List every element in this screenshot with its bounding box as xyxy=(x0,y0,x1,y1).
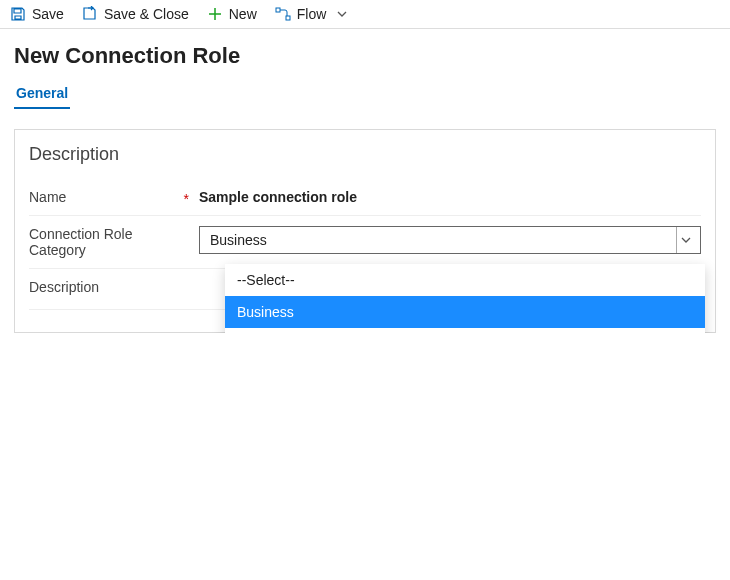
name-field[interactable]: Sample connection role xyxy=(199,189,357,205)
save-close-button[interactable]: Save & Close xyxy=(82,6,189,22)
save-label: Save xyxy=(32,6,64,22)
chevron-down-icon xyxy=(334,6,350,22)
save-close-icon xyxy=(82,6,98,22)
dropdown-option[interactable]: Business xyxy=(225,296,705,328)
tab-bar: General xyxy=(14,79,730,109)
flow-icon xyxy=(275,6,291,22)
required-star-icon: * xyxy=(184,191,189,207)
section-title: Description xyxy=(29,144,701,165)
save-icon xyxy=(10,6,26,22)
description-section: Description Name * Sample connection rol… xyxy=(14,129,716,333)
flow-button[interactable]: Flow xyxy=(275,6,351,22)
category-dropdown: --Select--BusinessFamilySocialSalesOther… xyxy=(225,264,705,333)
category-select[interactable]: Business xyxy=(199,226,701,254)
chevron-down-icon xyxy=(676,227,694,253)
page-title: New Connection Role xyxy=(14,43,730,69)
save-button[interactable]: Save xyxy=(10,6,64,22)
save-close-label: Save & Close xyxy=(104,6,189,22)
name-row: Name * Sample connection role xyxy=(29,179,701,216)
new-label: New xyxy=(229,6,257,22)
command-bar: Save Save & Close New Flow xyxy=(0,0,730,29)
dropdown-option[interactable]: --Select-- xyxy=(225,264,705,296)
svg-rect-1 xyxy=(286,16,290,20)
plus-icon xyxy=(207,6,223,22)
category-row: Connection Role Category Business xyxy=(29,216,701,269)
svg-rect-0 xyxy=(276,8,280,12)
name-label: Name * xyxy=(29,189,199,205)
flow-label: Flow xyxy=(297,6,327,22)
category-select-value: Business xyxy=(210,232,267,248)
dropdown-option[interactable]: Family xyxy=(225,328,705,333)
new-button[interactable]: New xyxy=(207,6,257,22)
category-label: Connection Role Category xyxy=(29,226,199,258)
description-label: Description xyxy=(29,279,199,295)
tab-general[interactable]: General xyxy=(14,79,70,109)
